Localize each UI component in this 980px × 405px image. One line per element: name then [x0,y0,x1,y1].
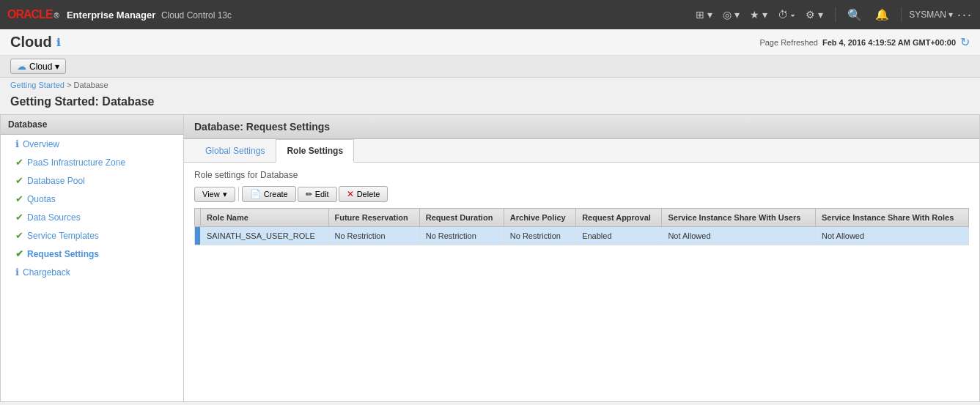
toolbar-separator [238,187,239,201]
sidebar-item-service-templates[interactable]: ✔ Service Templates [1,226,183,245]
col-archive-policy: Archive Policy [504,209,575,227]
col-future-reservation: Future Reservation [328,209,419,227]
cell-future-reservation: No Restriction [328,227,419,245]
breadcrumb-parent[interactable]: Getting Started [10,81,65,89]
user-menu[interactable]: SYSMAN ▾ [909,10,953,20]
search-button[interactable]: 🔍 [843,5,866,25]
sidebar-item-overview[interactable]: ℹ Overview [1,135,183,153]
role-settings-table: Role Name Future Reservation Request Dur… [194,208,969,245]
more-options[interactable]: ··· [957,7,973,23]
cell-role-name: SAINATH_SSA_USER_ROLE [201,227,329,245]
check-icon: ✔ [15,175,23,186]
oracle-reg: ® [54,12,59,20]
check-icon: ✔ [15,230,23,241]
tab-global-settings[interactable]: Global Settings [194,139,276,162]
col-request-duration: Request Duration [419,209,504,227]
main-layout: Database ℹ Overview ✔ PaaS Infrastructur… [0,114,980,402]
oracle-logo: ORACLE® [7,8,59,21]
check-icon: ✔ [15,212,23,223]
cell-archive-policy: No Restriction [504,227,575,245]
sidebar-item-database-pool[interactable]: ✔ Database Pool [1,171,183,190]
cloud-nav-bar: ☁ Cloud ▾ [0,56,980,78]
cloud-icon: ☁ [17,61,26,72]
check-icon: ✔ [15,157,23,168]
cloud-nav-button[interactable]: ☁ Cloud ▾ [10,59,66,74]
sidebar: Database ℹ Overview ✔ PaaS Infrastructur… [0,114,183,402]
top-navigation: ORACLE® Enterprise Manager Cloud Control… [0,0,980,29]
view-button[interactable]: View ▾ [194,187,235,202]
info-icon: ℹ [15,267,19,278]
cell-request-approval: Enabled [576,227,662,245]
delete-icon: ✕ [347,189,354,199]
sidebar-item-chargeback[interactable]: ℹ Chargeback [1,263,183,281]
dropdown-icon: ▾ [223,190,227,199]
sidebar-item-data-sources[interactable]: ✔ Data Sources [1,208,183,226]
sidebar-item-request-settings[interactable]: ✔ Request Settings [1,245,183,263]
col-request-approval: Request Approval [576,209,662,227]
tabs-bar: Global Settings Role Settings [184,139,979,163]
history-button[interactable]: ⏱ ▾ [773,6,800,23]
table-row[interactable]: SAINATH_SSA_USER_ROLE No Restriction No … [195,227,969,245]
cell-share-roles: Not Allowed [816,227,969,245]
bell-button[interactable]: 🔔 [871,5,894,24]
content-area: Database: Request Settings Global Settin… [183,114,980,402]
cloud-info-icon[interactable]: ℹ [56,37,60,48]
content-header: Database: Request Settings [184,115,979,139]
section-label: Role settings for Database [194,170,969,180]
breadcrumb: Getting Started > Database [0,78,980,92]
cloud-title: Cloud ℹ [10,34,60,51]
settings-button[interactable]: ⚙ ▾ [801,6,828,23]
nav-icons: ⊞ ▾ ◎ ▾ ★ ▾ ⏱ ▾ ⚙ ▾ [691,6,828,23]
sidebar-item-paas-zone[interactable]: ✔ PaaS Infrastructure Zone [1,153,183,171]
app-title: Enterprise Manager Cloud Control 13c [67,10,232,21]
nav-divider-2 [901,7,902,22]
create-button[interactable]: 📄 Create [242,186,296,202]
sub-header: Cloud ℹ Page Refreshed Feb 4, 2016 4:19:… [0,29,980,56]
breadcrumb-separator: > [67,81,73,89]
nav-divider [835,7,836,22]
targets-button[interactable]: ◎ ▾ [718,6,744,23]
sidebar-item-quotas[interactable]: ✔ Quotas [1,190,183,208]
edit-button[interactable]: ✏ Edit [298,187,337,202]
toolbar: View ▾ 📄 Create ✏ Edit ✕ Delete [194,186,969,202]
info-icon: ℹ [15,138,19,149]
delete-button[interactable]: ✕ Delete [339,186,388,202]
row-indicator [195,227,201,245]
create-icon: 📄 [250,189,261,199]
tab-role-settings[interactable]: Role Settings [276,139,354,163]
check-icon: ✔ [15,248,23,259]
page-title: Getting Started: Database [0,92,980,114]
check-icon: ✔ [15,193,23,204]
refresh-button[interactable]: ↻ [960,35,970,49]
row-indicator-header [195,209,201,227]
breadcrumb-current: Database [74,81,108,89]
col-share-users: Service Instance Share With Users [662,209,816,227]
topology-button[interactable]: ⊞ ▾ [691,6,717,23]
page-refreshed: Page Refreshed Feb 4, 2016 4:19:52 AM GM… [759,35,970,49]
cell-share-users: Not Allowed [662,227,816,245]
cell-request-duration: No Restriction [419,227,504,245]
content-body: Role settings for Database View ▾ 📄 Crea… [184,163,979,253]
favorites-button[interactable]: ★ ▾ [745,6,772,23]
sidebar-title: Database [1,115,183,135]
col-share-roles: Service Instance Share With Roles [816,209,969,227]
edit-icon: ✏ [306,190,312,199]
col-role-name: Role Name [201,209,329,227]
